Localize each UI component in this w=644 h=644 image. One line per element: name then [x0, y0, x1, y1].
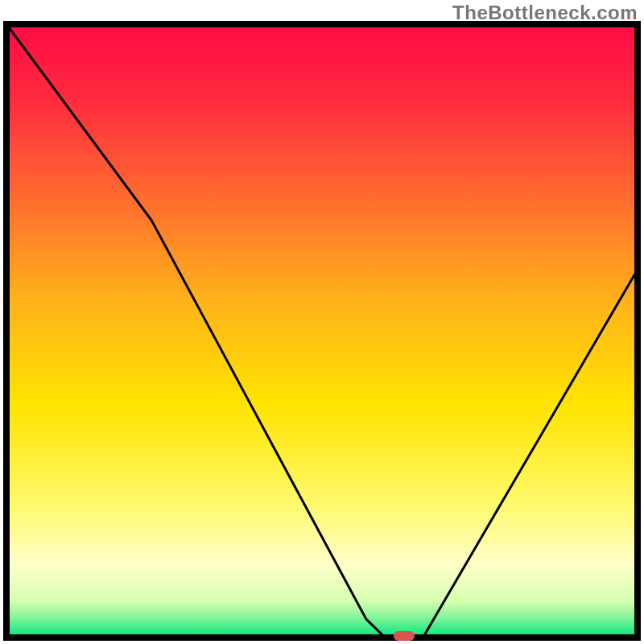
bottleneck-chart	[0, 0, 644, 644]
watermark-label: TheBottleneck.com	[452, 2, 638, 24]
chart-frame: TheBottleneck.com	[0, 0, 644, 644]
optimal-marker	[394, 631, 415, 641]
gradient-background	[6, 24, 638, 638]
